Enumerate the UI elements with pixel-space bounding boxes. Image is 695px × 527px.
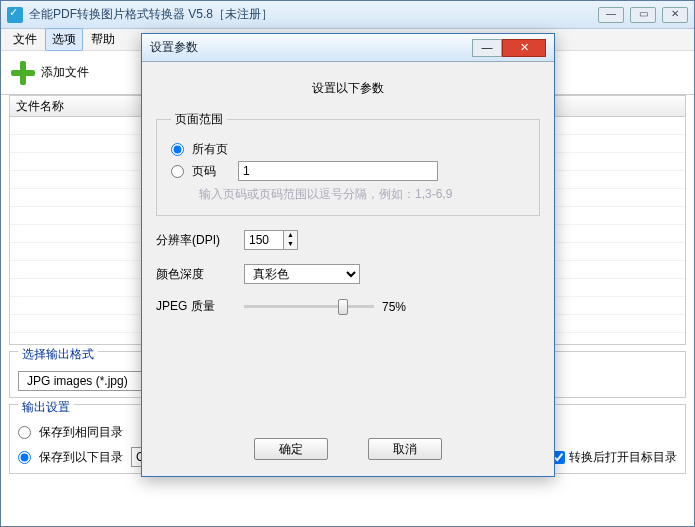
page-numbers-radio[interactable] xyxy=(171,165,184,178)
output-format-select[interactable]: JPG images (*.jpg) xyxy=(18,371,158,391)
main-titlebar: 全能PDF转换图片格式转换器 V5.8［未注册］ — ▭ ✕ xyxy=(1,1,694,29)
dpi-spinner[interactable]: ▲▼ xyxy=(244,230,298,250)
add-file-label: 添加文件 xyxy=(41,64,89,81)
menu-help[interactable]: 帮助 xyxy=(85,29,121,50)
save-to-dir-radio[interactable] xyxy=(18,451,31,464)
page-range-hint: 输入页码或页码范围以逗号分隔，例如：1,3-6,9 xyxy=(199,186,525,203)
dpi-down-icon[interactable]: ▼ xyxy=(284,240,297,249)
plus-icon xyxy=(11,61,35,85)
dialog-body: 设置以下参数 页面范围 所有页 页码 输入页码或页码范围以逗号分隔，例如：1,3… xyxy=(142,62,554,327)
save-same-dir-radio[interactable] xyxy=(18,426,31,439)
dialog-close-button[interactable]: ✕ xyxy=(502,39,546,57)
cancel-button[interactable]: 取消 xyxy=(368,438,442,460)
all-pages-label: 所有页 xyxy=(192,141,228,158)
slider-thumb[interactable] xyxy=(338,299,348,315)
page-range-legend: 页面范围 xyxy=(171,111,227,128)
column-filename: 文件名称 xyxy=(16,99,64,113)
dialog-minimize-button[interactable]: — xyxy=(472,39,502,57)
dpi-input[interactable] xyxy=(244,230,284,250)
minimize-button[interactable]: — xyxy=(598,7,624,23)
save-to-dir-label: 保存到以下目录 xyxy=(39,449,123,466)
menu-options[interactable]: 选项 xyxy=(45,28,83,51)
close-button[interactable]: ✕ xyxy=(662,7,688,23)
output-settings-title: 输出设置 xyxy=(18,399,74,416)
page-range-fieldset: 页面范围 所有页 页码 输入页码或页码范围以逗号分隔，例如：1,3-6,9 xyxy=(156,111,540,216)
dpi-up-icon[interactable]: ▲ xyxy=(284,231,297,240)
menu-file[interactable]: 文件 xyxy=(7,29,43,50)
open-after-label: 转换后打开目标目录 xyxy=(569,449,677,466)
ok-button[interactable]: 确定 xyxy=(254,438,328,460)
save-same-dir-label: 保存到相同目录 xyxy=(39,424,123,441)
page-numbers-label: 页码 xyxy=(192,163,216,180)
all-pages-radio[interactable] xyxy=(171,143,184,156)
add-file-button[interactable]: 添加文件 xyxy=(11,61,89,85)
dialog-titlebar[interactable]: 设置参数 — ✕ xyxy=(142,34,554,62)
color-depth-label: 颜色深度 xyxy=(156,266,232,283)
dialog-title: 设置参数 xyxy=(150,39,472,56)
settings-dialog: 设置参数 — ✕ 设置以下参数 页面范围 所有页 页码 输入页码或页码范围以逗号… xyxy=(141,33,555,477)
dialog-subtitle: 设置以下参数 xyxy=(156,80,540,97)
jpeg-quality-label: JPEG 质量 xyxy=(156,298,232,315)
color-depth-select[interactable]: 真彩色 xyxy=(244,264,360,284)
app-icon xyxy=(7,7,23,23)
jpeg-quality-slider[interactable] xyxy=(244,305,374,308)
dpi-label: 分辨率(DPI) xyxy=(156,232,232,249)
output-format-title: 选择输出格式 xyxy=(18,346,98,363)
maximize-button[interactable]: ▭ xyxy=(630,7,656,23)
page-numbers-input[interactable] xyxy=(238,161,438,181)
window-title: 全能PDF转换图片格式转换器 V5.8［未注册］ xyxy=(29,6,598,23)
jpeg-quality-value: 75% xyxy=(382,300,406,314)
